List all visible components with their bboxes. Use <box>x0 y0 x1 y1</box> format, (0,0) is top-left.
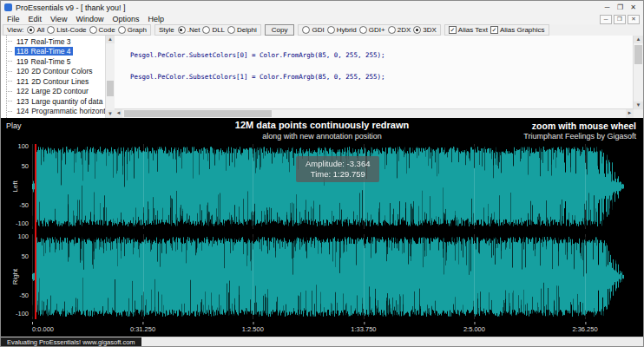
time-axis: 0:0.000 0:31.250 1:2.500 1:33.750 2:5.00… <box>32 323 624 333</box>
radio-gdiplus[interactable]: GDI+ <box>359 26 385 34</box>
radio-label: DLL <box>212 26 225 34</box>
copy-button[interactable]: Copy <box>265 24 295 36</box>
tree-item-121[interactable]: 1212D Contour Lines <box>1 76 115 87</box>
tree-item-label: Real-Time 4 <box>31 47 71 56</box>
annotation-box: Amplitude: -3.364 Time: 1:29.759 <box>296 156 379 182</box>
y-tick-label: 100 <box>11 142 29 150</box>
x-tick-label: 0:31.250 <box>130 325 155 333</box>
menu-help[interactable]: Help <box>143 15 168 23</box>
y-tick-label: 100 <box>11 232 29 240</box>
right-channel-plot[interactable]: Right 100 50 -50 -100 <box>32 234 624 319</box>
title-bar: ProEssentials v9 - [ thank you! ] ─ ❐ ✕ <box>1 1 643 14</box>
radio-label: GDI+ <box>369 26 385 34</box>
tree-scrollbar[interactable]: ▲ ▼ <box>105 36 115 118</box>
radio-label: 3DX <box>423 26 437 34</box>
tree-branch-line <box>8 101 12 101</box>
radio-style-net[interactable]: .Net <box>178 26 200 34</box>
scroll-up-icon[interactable]: ▲ <box>634 36 643 43</box>
left-axis-title: Left <box>11 176 19 197</box>
radio-view-list-code[interactable]: List-Code <box>47 26 86 34</box>
tree-item-number: 119 <box>16 57 29 66</box>
annotation-amplitude: Amplitude: -3.364 <box>306 159 370 169</box>
tree-item-122[interactable]: 122Large 2D contour <box>1 87 115 97</box>
status-bar: Evaluating ProEssentials! www.gigasoft.c… <box>1 337 643 346</box>
annotation-time: Time: 1:29.759 <box>306 169 370 180</box>
menu-view[interactable]: View <box>46 15 71 23</box>
window-title: ProEssentials v9 - [ thank you! ] <box>16 3 601 12</box>
menu-options[interactable]: Options <box>108 15 143 23</box>
scrollbar-thumb[interactable] <box>107 81 114 96</box>
radio-icon <box>118 26 126 34</box>
radio-icon <box>27 26 35 34</box>
scroll-down-icon[interactable]: ▼ <box>106 110 115 118</box>
tree-item-120[interactable]: 1202D Contour Colors <box>1 67 115 77</box>
tree-item-123[interactable]: 123Large quantity of data <box>1 96 115 107</box>
view-group-label: View: <box>7 26 23 34</box>
scroll-down-icon[interactable]: ▼ <box>634 101 643 109</box>
minimize-button[interactable]: ─ <box>601 2 614 13</box>
play-button[interactable]: Play <box>6 121 22 130</box>
code-horizontal-scrollbar[interactable]: ◄ ► <box>115 108 634 118</box>
radio-gdi[interactable]: GDI <box>302 26 324 34</box>
tree-item-label: Large 2D contour <box>31 87 89 95</box>
scroll-right-icon[interactable]: ► <box>626 109 634 118</box>
scrollbar-thumb[interactable] <box>634 45 642 64</box>
radio-2dx[interactable]: 2DX <box>388 26 411 34</box>
tree-branch-line <box>8 81 12 82</box>
radio-icon <box>227 26 235 34</box>
tree-item-118[interactable]: 118Real-Time 4 <box>1 47 115 57</box>
tree-branch-line <box>8 61 12 62</box>
chart-corner-subtitle: Triumphant Feelings by Gigasoft <box>523 132 636 141</box>
radio-label: .Net <box>187 26 200 34</box>
waveform-chart[interactable]: Play 12M data points continuously redraw… <box>1 118 643 339</box>
scroll-up-icon[interactable]: ▲ <box>106 36 115 43</box>
menu-window[interactable]: Window <box>71 15 108 23</box>
radio-hybrid[interactable]: Hybrid <box>327 26 357 34</box>
tree-item-117[interactable]: 117Real-Time 3 <box>1 36 115 47</box>
checkbox-alias-text[interactable]: ✓Alias Text <box>449 26 488 34</box>
right-waveform-canvas[interactable] <box>32 234 624 319</box>
radio-label: All <box>36 26 44 34</box>
status-text: Evaluating ProEssentials! www.gigasoft.c… <box>1 337 141 346</box>
radio-style-dll[interactable]: DLL <box>202 26 225 34</box>
radio-view-all[interactable]: All <box>27 26 44 34</box>
checkbox-alias-graphics[interactable]: ✓Alias Graphics <box>490 26 545 34</box>
tree-item-number: 118 <box>16 47 29 56</box>
checkbox-icon: ✓ <box>449 26 457 34</box>
tree-item-number: 120 <box>16 67 29 75</box>
scrollbar-thumb[interactable] <box>124 110 272 117</box>
mdi-child-controls: ─ ❐ ✕ <box>600 15 641 24</box>
radio-label: Code <box>99 26 115 34</box>
radio-3dx[interactable]: 3DX <box>413 26 437 34</box>
radio-label: Hybrid <box>337 26 357 34</box>
tree-item-label: Large quantity of data <box>31 97 102 106</box>
child-close-button[interactable]: ✕ <box>628 15 640 24</box>
code-panel[interactable]: Pesgol.PeColor.SubsetColors[0] = Color.F… <box>115 36 634 109</box>
radio-icon <box>359 26 367 34</box>
child-restore-button[interactable]: ❐ <box>614 15 626 24</box>
close-button[interactable]: ✕ <box>627 2 640 13</box>
radio-view-code[interactable]: Code <box>89 26 115 34</box>
tree-item-124[interactable]: 124Programmatic horizonta... <box>1 107 115 117</box>
scroll-left-icon[interactable]: ◄ <box>115 109 122 118</box>
menu-bar: File Edit View Window Options Help ─ ❐ ✕ <box>1 14 643 24</box>
tree-item-label: 2D Contour Colors <box>31 67 92 75</box>
tree-item-label: Real-Time 3 <box>31 37 71 46</box>
checkbox-label: Alias Text <box>458 26 488 34</box>
radio-icon <box>202 26 210 34</box>
code-vertical-scrollbar[interactable]: ▲ ▼ <box>633 36 643 109</box>
menu-edit[interactable]: Edit <box>24 15 47 23</box>
radio-style-delphi[interactable]: Delphi <box>227 26 257 34</box>
child-minimize-button[interactable]: ─ <box>600 15 612 24</box>
tree-item-label: Programmatic horizonta... <box>31 107 115 115</box>
menu-file[interactable]: File <box>3 15 24 23</box>
radio-label: Graph <box>128 26 147 34</box>
radio-icon <box>47 26 55 34</box>
radio-label: 2DX <box>398 26 411 34</box>
tree-item-119[interactable]: 119Real-Time 5 <box>1 56 115 67</box>
radio-icon <box>388 26 396 34</box>
playback-cursor[interactable] <box>35 144 36 319</box>
radio-view-graph[interactable]: Graph <box>118 26 147 34</box>
app-window: ProEssentials v9 - [ thank you! ] ─ ❐ ✕ … <box>0 0 644 347</box>
maximize-button[interactable]: ❐ <box>614 2 627 13</box>
